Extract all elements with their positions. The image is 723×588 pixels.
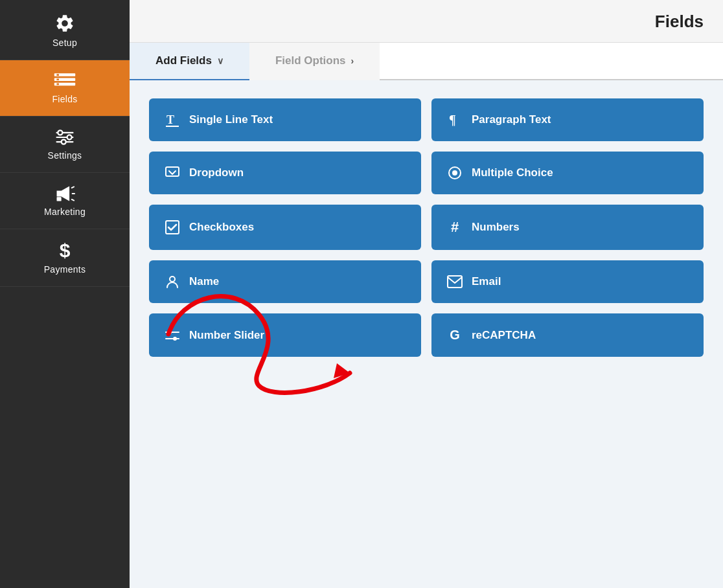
field-label-dropdown: Dropdown — [189, 166, 244, 179]
field-label-multiple-choice: Multiple Choice — [472, 166, 553, 179]
field-btn-recaptcha[interactable]: G reCAPTCHA — [431, 313, 704, 357]
svg-rect-4 — [56, 78, 59, 80]
svg-rect-25 — [448, 276, 462, 288]
field-label-checkboxes: Checkboxes — [189, 221, 254, 234]
name-icon — [165, 275, 180, 289]
recaptcha-icon: G — [447, 328, 463, 343]
page-title: Fields — [655, 12, 704, 32]
field-btn-name[interactable]: Name — [149, 260, 421, 303]
sidebar-item-settings[interactable]: Settings — [0, 117, 130, 173]
svg-point-27 — [168, 330, 172, 334]
tab-add-fields[interactable]: Add Fields ∨ — [130, 43, 249, 80]
main-content: Fields Add Fields ∨ Field Options › T Si… — [130, 0, 723, 588]
svg-text:¶: ¶ — [449, 113, 456, 127]
field-label-number-slider: Number Slider — [189, 329, 264, 342]
svg-point-7 — [58, 130, 62, 135]
number-slider-icon — [165, 328, 180, 343]
svg-line-13 — [72, 187, 75, 188]
svg-point-29 — [173, 337, 177, 341]
svg-text:T: T — [166, 113, 174, 126]
svg-point-11 — [62, 140, 66, 144]
sidebar-label-marketing: Marketing — [44, 207, 86, 217]
chevron-down-icon: ∨ — [217, 56, 224, 66]
tabs-row: Add Fields ∨ Field Options › — [130, 43, 723, 80]
field-btn-number-slider[interactable]: Number Slider — [149, 313, 421, 357]
settings-icon — [54, 128, 75, 146]
main-header: Fields — [130, 0, 723, 43]
checkboxes-icon — [165, 220, 180, 234]
svg-point-22 — [452, 170, 457, 175]
field-label-email: Email — [472, 275, 501, 288]
tab-field-options[interactable]: Field Options › — [249, 43, 380, 80]
sidebar-item-marketing[interactable]: Marketing — [0, 173, 130, 229]
tab-field-options-label: Field Options — [275, 54, 346, 67]
sidebar-label-fields: Fields — [52, 94, 77, 104]
field-btn-dropdown[interactable]: Dropdown — [149, 152, 421, 194]
sidebar-item-fields[interactable]: Fields — [0, 60, 130, 117]
multiple-choice-icon — [447, 166, 463, 180]
svg-point-24 — [170, 277, 175, 282]
field-btn-numbers[interactable]: # Numbers — [431, 205, 704, 250]
sidebar-label-payments: Payments — [44, 264, 86, 275]
gear-icon — [54, 13, 75, 34]
numbers-icon: # — [447, 219, 463, 236]
svg-marker-30 — [334, 363, 350, 378]
sidebar-item-payments[interactable]: $ Payments — [0, 229, 130, 287]
svg-rect-3 — [56, 74, 59, 76]
paragraph-text-icon: ¶ — [447, 113, 463, 127]
svg-line-15 — [72, 199, 75, 201]
sidebar-label-setup: Setup — [52, 38, 77, 48]
fields-grid: T Single Line Text ¶ Paragraph Text — [149, 98, 704, 357]
field-label-single-line-text: Single Line Text — [189, 113, 273, 126]
fields-icon — [53, 72, 76, 90]
chevron-right-icon: › — [351, 56, 354, 66]
fields-grid-area: T Single Line Text ¶ Paragraph Text — [130, 80, 723, 588]
dollar-icon: $ — [60, 241, 71, 260]
email-icon — [447, 275, 463, 288]
megaphone-icon — [54, 185, 75, 203]
svg-point-9 — [67, 135, 72, 139]
sidebar: Setup Fields Settings — [0, 0, 130, 588]
field-label-name: Name — [189, 275, 219, 288]
field-label-recaptcha: reCAPTCHA — [472, 329, 536, 342]
svg-rect-16 — [57, 197, 62, 201]
tab-add-fields-label: Add Fields — [155, 54, 212, 67]
single-line-text-icon: T — [165, 113, 180, 127]
field-btn-multiple-choice[interactable]: Multiple Choice — [431, 152, 704, 194]
field-label-numbers: Numbers — [472, 221, 520, 234]
field-label-paragraph-text: Paragraph Text — [472, 113, 551, 126]
sidebar-item-setup[interactable]: Setup — [0, 0, 130, 60]
field-btn-single-line-text[interactable]: T Single Line Text — [149, 98, 421, 141]
field-btn-email[interactable]: Email — [431, 260, 704, 303]
field-btn-paragraph-text[interactable]: ¶ Paragraph Text — [431, 98, 704, 141]
svg-rect-5 — [56, 84, 59, 85]
sidebar-label-settings: Settings — [48, 150, 82, 161]
field-btn-checkboxes[interactable]: Checkboxes — [149, 205, 421, 250]
dropdown-icon — [165, 166, 180, 179]
